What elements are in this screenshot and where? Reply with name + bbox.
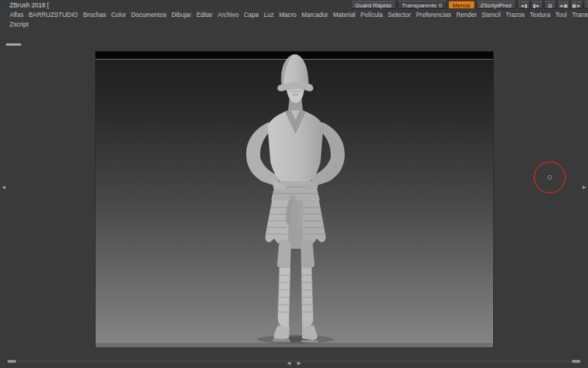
menu-item-stencil[interactable]: Stencil <box>482 11 501 18</box>
dock-left-icon[interactable]: ◄▣ <box>557 1 570 9</box>
brush-cursor-dot <box>548 175 552 180</box>
scroll-left-icon[interactable]: ◄ <box>286 360 292 367</box>
zscript-preset-button[interactable]: ZScriptPred <box>476 1 516 9</box>
app-title: ZBrush 2018 [ <box>10 1 49 9</box>
bottom-scrollbar-left-nub[interactable] <box>7 360 16 363</box>
menu-item-capa[interactable]: Capa <box>244 11 259 18</box>
menu-item-transformar[interactable]: Transformar <box>572 11 588 18</box>
menu-item-alfas[interactable]: Alfas <box>10 11 24 18</box>
transparent-value: 0 <box>439 2 442 7</box>
menus-toggle-button[interactable]: Menús <box>448 1 475 9</box>
menu-item-material[interactable]: Material <box>333 11 355 18</box>
menu-item-documentos[interactable]: Documentos <box>131 11 166 18</box>
menu-item-archivo[interactable]: Archivo <box>218 11 238 18</box>
menu-item-textura[interactable]: Textura <box>530 11 551 18</box>
menu-item-preferencias[interactable]: Preferencias <box>416 11 451 18</box>
menu-bar-row2: Zscript <box>10 21 587 28</box>
menu-item-tool[interactable]: Tool <box>556 11 567 18</box>
menu-item-trazos[interactable]: Trazos <box>506 11 525 18</box>
transparent-label: Transparente <box>402 2 437 7</box>
document-window-icon[interactable]: ▤ <box>544 1 556 9</box>
shelf-scrollbar-thumb[interactable] <box>6 43 21 46</box>
scroll-shelf-left-icon[interactable]: ◄▮ <box>517 1 530 9</box>
figure-body <box>246 54 345 343</box>
menu-item-marcador[interactable]: Marcador <box>301 11 328 18</box>
menu-item-render[interactable]: Render <box>456 11 477 18</box>
bottom-scrollbar-right-nub[interactable] <box>572 360 581 363</box>
menu-item-barruzstudio[interactable]: BARRUZSTUDIO <box>29 11 78 18</box>
brush-cursor-ring <box>534 161 566 194</box>
dock-right-icon[interactable]: ▣► <box>570 1 583 9</box>
scroll-shelf-right-icon[interactable]: ▮► <box>531 1 543 9</box>
quick-save-button[interactable]: Guard Rápido <box>351 1 396 9</box>
shelf-divider <box>0 41 588 43</box>
left-tray-handle[interactable]: ◄ <box>1 184 7 191</box>
title-bar: ZBrush 2018 [ Guard Rápido Transparente … <box>0 0 588 10</box>
transparent-control[interactable]: Transparente 0 <box>398 1 447 9</box>
menu-item-editar[interactable]: Editar <box>196 11 212 18</box>
zbrush-window: ZBrush 2018 [ Guard Rápido Transparente … <box>0 0 588 368</box>
top-shelf: Guard Rápido Transparente 0 Menús ZScrip… <box>351 1 588 9</box>
record-icon[interactable]: ◉ <box>584 1 588 9</box>
scroll-right-icon[interactable]: ► <box>296 360 302 367</box>
right-tray-handle[interactable]: ► <box>581 184 587 191</box>
menu-item-luz[interactable]: Luz <box>264 11 274 18</box>
sculpt-figure[interactable] <box>96 52 493 347</box>
shelf-icon-row: ◄▮ ▮► ▤ ◄▣ ▣► ◉ ⚙ ? <box>517 1 588 9</box>
menu-item-brochas[interactable]: Brochas <box>83 11 106 18</box>
menu-item-macro[interactable]: Macro <box>279 11 297 18</box>
menu-item-selector[interactable]: Selector <box>388 11 411 18</box>
menu-item-zscript[interactable]: Zscript <box>10 21 29 28</box>
menu-item-dibujar[interactable]: Dibujar <box>171 11 191 18</box>
bottom-scroll-arrows: ◄ ► <box>286 360 302 367</box>
menu-item-color[interactable]: Color <box>111 11 126 18</box>
figure-shadow <box>257 335 334 344</box>
menu-item-pelicula[interactable]: Película <box>361 11 383 18</box>
document-canvas[interactable] <box>96 52 493 347</box>
menu-bar-row1: Alfas BARRUZSTUDIO Brochas Color Documen… <box>10 11 587 18</box>
